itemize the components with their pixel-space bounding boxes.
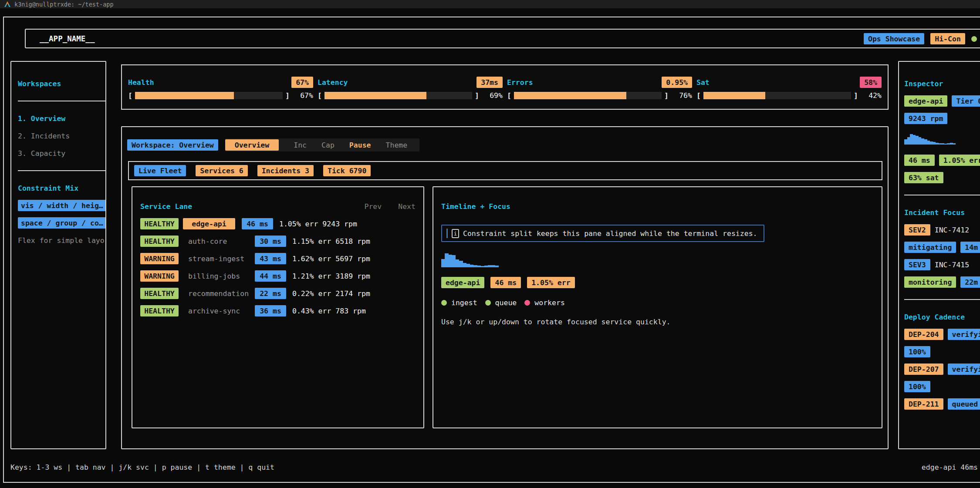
status-badge: WARNING — [140, 270, 179, 282]
legend-dot-icon — [524, 300, 530, 306]
latency-badge: 44 ms — [255, 270, 286, 282]
service-row[interactable]: WARNING billing-jobs 44 ms 1.21% err 318… — [140, 267, 416, 285]
inspector-error-badge: 1.05% err — [939, 155, 980, 166]
workspace-badge: Workspace: Overview — [127, 139, 218, 151]
severity-badge: SEV2 — [904, 224, 930, 236]
sidebar-item-capacity[interactable]: 3. Capacity — [18, 145, 106, 162]
gauge-bar-label: 76% — [669, 91, 692, 100]
service-lane-panel: Service Lane Prev Next HEALTHY edge-api … — [132, 186, 424, 428]
gauge-latency: Latency 37ms [ ] 69% — [318, 77, 503, 109]
status-badge: HEALTHY — [140, 236, 179, 247]
sidebar-item-overview[interactable]: 1. Overview — [18, 110, 106, 127]
inspected-service-badge: edge-api — [904, 95, 947, 107]
status-badge: HEALTHY — [140, 305, 179, 316]
status-badge: HEALTHY — [140, 288, 179, 299]
tab-theme[interactable]: Theme — [386, 141, 408, 149]
service-row[interactable]: HEALTHY auth-core 30 ms 1.15% err 6518 r… — [140, 232, 416, 250]
tab-inc[interactable]: Inc — [294, 141, 307, 149]
latency-badge: 22 ms — [255, 288, 286, 299]
service-name: auth-core — [183, 237, 248, 246]
divider — [18, 170, 106, 171]
inspector-panel: Inspector edge-api Tier 0 9243 rpm 46 ms… — [898, 61, 980, 449]
deploy-state-badge: verifying — [948, 363, 980, 375]
gauge-value-badge: 0.95% — [662, 77, 692, 88]
sidebar: Workspaces 1. Overview 2. Incidents 3. C… — [10, 61, 106, 449]
info-icon: i — [452, 229, 459, 238]
service-name: billing-jobs — [183, 272, 248, 280]
incident-age-badge: 22m — [960, 276, 980, 288]
service-detail: 1.15% err 6518 rpm — [292, 237, 370, 246]
gauge-bar: [ ] 76% — [507, 91, 692, 100]
tier-badge: Tier 0 — [952, 95, 980, 107]
gauge-bar-label: 42% — [859, 91, 882, 100]
window-titlebar[interactable]: k3nig@nullptrxde: ~/test-app — [0, 0, 980, 8]
gauge-bar: [ ] 67% — [128, 91, 313, 100]
gauge-bar: [ ] 69% — [318, 91, 503, 100]
live-fleet-badge: Live Fleet — [134, 165, 186, 176]
gauge-label: Health — [128, 78, 154, 87]
service-row[interactable]: WARNING stream-ingest 43 ms 1.62% err 56… — [140, 250, 416, 267]
tick-badge: Tick 6790 — [323, 165, 371, 176]
inspector-latency-badge: 46 ms — [904, 155, 935, 166]
screen: k3nig@nullptrxde: ~/test-app __APP_NAME_… — [0, 0, 980, 488]
status-badge: WARNING — [140, 253, 179, 264]
tab-overview[interactable]: Overview — [225, 139, 279, 151]
service-row[interactable]: HEALTHY recommendation 22 ms 0.22% err 2… — [140, 285, 416, 302]
prev-button[interactable]: Prev — [365, 202, 382, 211]
service-detail: 0.22% err 2174 rpm — [292, 289, 370, 298]
service-name: recommendation — [183, 289, 248, 298]
timeline-sparkline — [441, 253, 499, 267]
service-row[interactable]: HEALTHY archive-sync 36 ms 0.43% err 783… — [140, 302, 416, 320]
gauges-panel: Health 67% [ ] 67% Latency 37ms [ ] 69% — [121, 64, 889, 110]
services-count-badge: Services 6 — [196, 165, 247, 176]
keyboard-tip: Use j/k or up/down to rotate focused ser… — [441, 318, 874, 326]
sidebar-note: Flex for simple layo — [18, 232, 106, 249]
rpm-badge: 9243 rpm — [904, 113, 947, 124]
focused-service-status: edge-api 46ms — [922, 461, 978, 473]
fleet-status-bar: Live Fleet Services 6 Incidents 3 Tick 6… — [128, 161, 882, 180]
service-detail: 1.62% err 5697 rpm — [292, 255, 370, 263]
focus-latency-badge: 46 ms — [490, 277, 521, 288]
latency-badge: 43 ms — [255, 253, 286, 264]
gauge-label: Errors — [507, 78, 533, 87]
incidents-count-badge: Incidents 3 — [257, 165, 314, 176]
sidebar-title: Workspaces — [18, 75, 106, 92]
legend-label: workers — [534, 299, 565, 307]
deploy-cadence-title: Deploy Cadence — [904, 308, 980, 326]
constraint-chip: vis / width / heig… — [18, 200, 106, 211]
deploy-id-badge: DEP-207 — [904, 363, 943, 375]
hi-con-badge: Hi-Con — [930, 33, 965, 44]
gauge-fill — [324, 92, 426, 99]
header-badges: Ops Showcase Hi-Con S — [864, 33, 980, 44]
gauge-health: Health 67% [ ] 67% — [128, 77, 313, 109]
gauge-value-badge: 67% — [291, 77, 313, 88]
gauge-label: Sat — [696, 78, 710, 87]
latency-badge: 30 ms — [255, 236, 286, 247]
service-detail: 1.05% err 9243 rpm — [279, 220, 357, 228]
focus-service-badge: edge-api — [441, 277, 484, 288]
info-text: Constraint split keeps this pane aligned… — [463, 229, 757, 238]
legend-dot-icon — [485, 300, 491, 306]
gauge-value-badge: 58% — [860, 77, 882, 88]
gauge-fill — [703, 92, 765, 99]
app-title: __APP_NAME__ — [26, 34, 95, 43]
next-button[interactable]: Next — [398, 202, 416, 211]
gauge-errors: Errors 0.95% [ ] 76% — [507, 77, 692, 109]
severity-badge: SEV3 — [904, 259, 930, 270]
tab-cap[interactable]: Cap — [321, 141, 335, 149]
timeline-panel: Timeline + Focus i Constraint split keep… — [433, 186, 882, 428]
workspace-tabs: Workspace: Overview Overview Inc Cap Pau… — [127, 138, 419, 151]
terminal-app-icon — [4, 1, 10, 7]
service-detail: 0.43% err 783 rpm — [292, 307, 366, 315]
tab-pause[interactable]: Pause — [349, 141, 371, 149]
divider — [904, 195, 980, 195]
sidebar-item-incidents[interactable]: 2. Incidents — [18, 127, 106, 145]
gauge-fill — [514, 92, 626, 99]
incident-id: INC-7412 — [935, 226, 969, 234]
service-row[interactable]: HEALTHY edge-api 46 ms 1.05% err 9243 rp… — [140, 215, 416, 232]
service-lane-title: Service Lane — [140, 202, 192, 211]
service-name: archive-sync — [183, 307, 248, 315]
incident-id: INC-7415 — [935, 261, 969, 269]
divider — [18, 101, 106, 101]
deploy-id-badge: DEP-204 — [904, 329, 943, 340]
